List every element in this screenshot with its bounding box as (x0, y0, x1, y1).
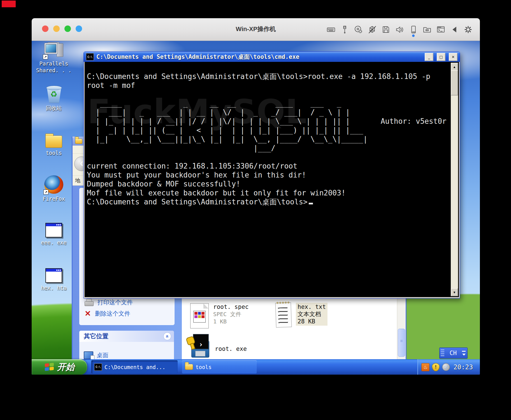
start-button[interactable]: 开始 (32, 359, 87, 375)
menubar-fragment (2, 1, 16, 7)
collapse-chevron-icon[interactable]: « (163, 332, 171, 340)
task-label: 删除这个文件 (95, 310, 130, 318)
desktop-icon-label: eee. exe (41, 239, 67, 246)
cmd-window: C:\ C:\Documents and Settings\Administra… (83, 52, 460, 298)
active-device-indicator (412, 34, 415, 37)
close-button[interactable]: ✕ (449, 53, 457, 61)
network-disabled-icon[interactable] (368, 25, 377, 34)
tray-antivirus-icon[interactable]: ♨ (421, 363, 429, 371)
usb-icon[interactable] (340, 25, 349, 34)
file-type: 文本文档 (298, 311, 326, 318)
parallels-vm-window: Win-XP操作机 ↗ (32, 18, 480, 375)
recycle-bin-icon: ♻ (46, 86, 62, 103)
langbar-options-arrow-icon[interactable] (462, 354, 466, 356)
spec-file-icon (190, 303, 209, 328)
program-window-icon (45, 268, 62, 283)
cmd-titlebar[interactable]: C:\ C:\Documents and Settings\Administra… (84, 52, 460, 62)
task-label: 打印这个文件 (97, 298, 133, 306)
keyboard-icon[interactable] (326, 25, 335, 34)
gear-icon[interactable] (464, 25, 473, 34)
cmd-icon: C:\ (86, 53, 94, 60)
desktop-icon-recycle-bin[interactable]: ♻ 回收站 (33, 86, 75, 111)
xp-desktop: ↗ Parallels Shared. . . ♻ 回收站 tools ↗ Fi… (32, 41, 480, 375)
desktop-icon-label: tools (46, 150, 62, 156)
shared-folder-icon[interactable] (422, 25, 431, 34)
text-file-icon: ooooo (275, 302, 292, 328)
tray-update-icon[interactable]: ツ (442, 363, 450, 371)
maximize-button[interactable]: □ (437, 53, 445, 61)
shared-computer-icon: ↗ (44, 42, 64, 59)
print-file-task[interactable]: 打印这个文件 (85, 298, 133, 306)
start-label: 开始 (57, 361, 75, 373)
desktop-icon-label: Parallels Shared. . . (33, 60, 75, 74)
devices-icon[interactable] (409, 25, 418, 34)
printer-icon (85, 299, 94, 306)
folder-icon (75, 139, 82, 144)
desktop-icon-tools-folder[interactable]: tools (33, 133, 75, 156)
language-indicator[interactable]: CH (444, 350, 462, 356)
clock: 20:23 (454, 363, 473, 371)
sound-icon[interactable] (395, 25, 404, 34)
desktop-icon-firefox[interactable]: ↗ FireFox (33, 175, 75, 202)
langbar-minimize-icon[interactable] (462, 351, 466, 352)
file-name: root. exe (215, 345, 247, 353)
file-type: SPEC 文件 (213, 311, 248, 318)
minimize-button[interactable]: _ (425, 53, 433, 61)
taskbar-button-cmd[interactable]: C:\ C:\Documents and... (91, 360, 178, 374)
console-text: C:\Documents and Settings\Administrator\… (87, 72, 447, 197)
file-tile-root-exe[interactable]: › root. exe (187, 334, 247, 358)
other-places-header[interactable]: 其它位置 « (79, 331, 174, 342)
desktop-icon-label: hex. hta (41, 284, 67, 291)
scroll-up-button[interactable]: ▲ (451, 63, 458, 71)
cd-icon[interactable] (354, 25, 363, 34)
taskbar-button-tools[interactable]: tools (182, 360, 257, 374)
text-cursor (309, 203, 313, 204)
file-tile-root-spec[interactable]: root. spec SPEC 文件 1 KB (190, 303, 248, 328)
terminal-icon[interactable] (436, 25, 445, 34)
floppy-save-icon[interactable] (381, 25, 390, 34)
folder-icon (45, 136, 62, 148)
language-bar[interactable]: CH (439, 347, 468, 359)
system-tray: ♨ ! ツ 20:23 (417, 359, 480, 375)
desktop-icon-parallels-shared[interactable]: ↗ Parallels Shared. . . (33, 42, 75, 74)
stage: Win-XP操作机 ↗ (0, 0, 511, 420)
delete-file-task[interactable]: ✕ 删除这个文件 (85, 310, 130, 318)
desktop-icon-label: FireFox (43, 195, 65, 202)
scrollbar-thumb[interactable] (398, 329, 405, 357)
desktop-place-icon (84, 351, 93, 359)
file-size: 1 KB (213, 318, 248, 325)
vm-status-toolbar (326, 18, 473, 41)
file-size: 28 KB (298, 318, 326, 325)
cmd-window-title: C:\Documents and Settings\Administrator\… (96, 53, 421, 61)
mac-titlebar: Win-XP操作机 (32, 18, 480, 41)
desktop-icon-label: 回收站 (46, 105, 62, 111)
taskbar-button-label: tools (196, 364, 212, 370)
desktop-icon-eee-exe[interactable]: eee. exe (33, 223, 75, 246)
windows-flag-icon (44, 363, 54, 372)
file-name: hex. txt (298, 303, 326, 311)
security-shield-icon[interactable]: ! (432, 363, 440, 371)
console-prompt: C:\Documents and Settings\Administrator\… (87, 198, 308, 206)
cmd-scrollbar[interactable]: ▲ ▼ (451, 63, 458, 296)
shortcut-arrow-icon: ↗ (43, 54, 48, 59)
taskbar: 开始 C:\ C:\Documents and... tools ♨ ! ツ 2… (32, 359, 480, 375)
folder-icon (185, 364, 193, 370)
address-label: 地 (75, 177, 80, 184)
file-name: root. spec (213, 303, 248, 311)
taskbar-button-label: C:\Documents and... (104, 364, 165, 370)
place-item-desktop[interactable]: 桌面 (79, 342, 174, 359)
scroll-down-button[interactable]: ▼ (451, 288, 458, 296)
scrollbar-thumb[interactable] (451, 70, 458, 95)
executable-icon: › (187, 334, 210, 358)
shortcut-arrow-icon: ↗ (43, 190, 48, 195)
cmd-icon: C:\ (94, 363, 102, 371)
delete-x-icon: ✕ (85, 310, 91, 317)
other-places-panel: 其它位置 « 桌面 (79, 331, 174, 360)
panel-title: 其它位置 (84, 332, 108, 340)
back-icon[interactable] (450, 25, 459, 34)
file-tile-hex-txt[interactable]: ooooo hex. txt 文本文档 28 KB (276, 303, 327, 327)
drag-grip-icon[interactable] (441, 349, 444, 357)
program-window-icon (45, 223, 62, 237)
desktop-icon-hex-hta[interactable]: hex. hta (33, 268, 75, 291)
cmd-console[interactable]: FuckMySQL C:\Documents and Settings\Admi… (84, 62, 460, 298)
